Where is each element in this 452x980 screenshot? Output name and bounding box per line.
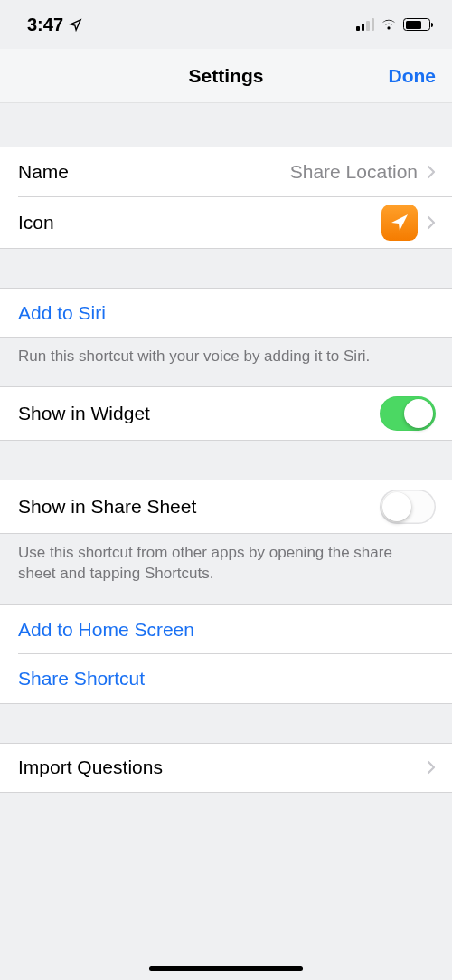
chevron-right-icon — [427, 760, 436, 775]
show-in-widget-row: Show in Widget — [0, 386, 452, 441]
status-bar: 3:47 — [0, 0, 452, 49]
show-in-share-sheet-toggle[interactable] — [380, 490, 436, 524]
group-siri: Add to Siri — [0, 288, 452, 338]
group-identity: Name Share Location Icon — [0, 147, 452, 249]
show-in-share-sheet-row: Show in Share Sheet — [0, 480, 452, 534]
group-widget: Show in Widget — [0, 386, 452, 441]
nav-bar: Settings Done — [0, 49, 452, 103]
page-title: Settings — [189, 65, 264, 87]
chevron-right-icon — [427, 165, 436, 179]
siri-footer: Run this shortcut with your voice by add… — [0, 338, 452, 367]
done-button[interactable]: Done — [389, 65, 437, 87]
icon-row[interactable]: Icon — [0, 196, 452, 249]
status-right — [356, 18, 430, 31]
location-icon — [69, 18, 82, 32]
share-shortcut-label: Share Shortcut — [18, 668, 145, 690]
name-row[interactable]: Name Share Location — [0, 147, 452, 196]
add-to-home-screen-label: Add to Home Screen — [18, 619, 194, 641]
sharesheet-footer: Use this shortcut from other apps by ope… — [0, 534, 452, 585]
status-time-wrap: 3:47 — [27, 14, 82, 35]
shortcut-icon-tile — [381, 205, 418, 241]
cellular-icon — [356, 18, 374, 31]
add-to-siri-label: Add to Siri — [18, 302, 106, 324]
share-shortcut-row[interactable]: Share Shortcut — [0, 654, 452, 704]
import-questions-label: Import Questions — [18, 756, 163, 778]
add-to-home-screen-row[interactable]: Add to Home Screen — [0, 604, 452, 654]
status-time: 3:47 — [27, 14, 63, 35]
show-in-share-sheet-label: Show in Share Sheet — [18, 496, 196, 518]
group-import: Import Questions — [0, 743, 452, 793]
group-sharesheet: Show in Share Sheet — [0, 480, 452, 534]
chevron-right-icon — [427, 215, 436, 230]
show-in-widget-toggle[interactable] — [380, 396, 436, 431]
show-in-widget-label: Show in Widget — [18, 403, 150, 424]
battery-icon — [403, 18, 430, 31]
name-label: Name — [18, 161, 69, 183]
add-to-siri-row[interactable]: Add to Siri — [0, 288, 452, 338]
navigation-arrow-icon — [389, 212, 410, 233]
group-actions: Add to Home Screen Share Shortcut — [0, 604, 452, 704]
icon-label: Icon — [18, 212, 54, 233]
wifi-icon — [380, 18, 398, 31]
home-indicator[interactable] — [149, 966, 303, 971]
import-questions-row[interactable]: Import Questions — [0, 743, 452, 793]
name-value: Share Location — [290, 161, 418, 183]
